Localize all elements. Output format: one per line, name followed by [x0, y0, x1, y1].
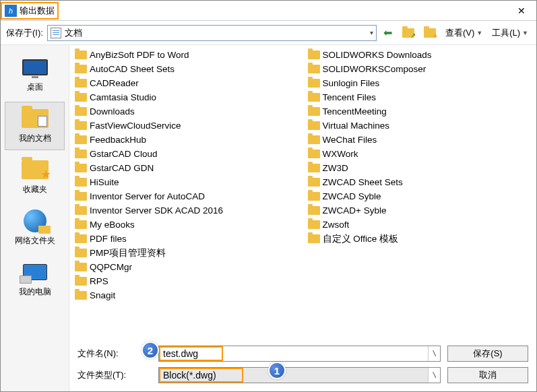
save-in-combo[interactable]: 文档 ▾ — [47, 25, 377, 41]
folder-icon — [75, 51, 87, 59]
list-item-label: ZWCAD Syble — [323, 191, 381, 201]
view-menu[interactable]: 查看(V)▼ — [443, 25, 485, 41]
list-item[interactable]: Virtual Machines — [307, 119, 533, 133]
list-item[interactable]: FastViewCloudService — [73, 119, 300, 133]
list-item[interactable]: SOLIDWORKSComposer — [307, 62, 533, 76]
list-item[interactable]: PMP项目管理资料 — [73, 246, 300, 260]
list-item[interactable]: ZWCAD Sheet Sets — [307, 175, 533, 189]
list-item-label: Zwsoft — [323, 220, 350, 230]
callout-2: 2 — [141, 341, 159, 359]
cancel-button[interactable]: 取消 — [447, 367, 528, 383]
list-item-label: 自定义 Office 模板 — [323, 233, 399, 245]
folder-icon — [75, 107, 87, 116]
list-item[interactable]: TencentMeeting — [307, 104, 533, 119]
list-item-label: Downloads — [90, 106, 135, 117]
sidebar-item-network[interactable]: 网络文件夹 — [5, 204, 65, 253]
list-item[interactable]: GstarCAD Cloud — [73, 147, 300, 161]
chevron-down-icon: ▼ — [522, 30, 528, 36]
folder-icon — [308, 65, 320, 73]
chevron-down-icon[interactable]: 〵 — [428, 368, 440, 383]
list-item-label: ZWCAD Sheet Sets — [323, 177, 403, 187]
list-item-label: SOLIDWORKSComposer — [323, 64, 427, 74]
dialog-body: 桌面 我的文档 ★ 收藏夹 网络文件夹 我的电脑 AnyBizSo — [1, 45, 536, 391]
list-item-label: TencentMeeting — [323, 106, 387, 117]
list-item-label: Inventor Server SDK ACAD 2016 — [90, 205, 223, 216]
list-item[interactable]: Inventor Server for AutoCAD — [73, 189, 300, 203]
list-item[interactable]: My eBooks — [73, 218, 300, 232]
sidebar-item-mycomputer[interactable]: 我的电脑 — [5, 255, 65, 304]
folder-icon — [75, 206, 87, 215]
list-item[interactable]: Tencent Files — [307, 90, 533, 104]
folder-icon — [75, 65, 87, 73]
list-item[interactable]: Zwsoft — [307, 218, 533, 232]
filetype-label: 文件类型(T): — [77, 369, 152, 381]
list-item[interactable]: QQPCMgr — [73, 260, 300, 274]
list-item[interactable]: PDF files — [73, 232, 300, 246]
list-item[interactable]: 自定义 Office 模板 — [307, 232, 533, 246]
filename-value: test.dwg — [163, 348, 198, 359]
list-item[interactable]: RPS — [73, 274, 300, 288]
list-item[interactable]: CADReader — [73, 76, 300, 90]
list-item[interactable]: GstarCAD GDN — [73, 161, 300, 175]
folder-icon — [308, 79, 320, 88]
list-item-label: GstarCAD GDN — [90, 163, 154, 173]
list-item-label: Tencent Files — [323, 92, 377, 102]
list-item-label: PMP项目管理资料 — [90, 247, 166, 259]
network-icon — [24, 209, 46, 232]
list-item-label: SOLIDWORKS Downloads — [323, 50, 432, 60]
list-item-label: HiSuite — [90, 177, 119, 187]
sidebar-item-mydocs[interactable]: 我的文档 — [5, 102, 65, 150]
folder-icon — [308, 220, 320, 229]
app-icon: h — [5, 5, 17, 17]
list-item-label: FastViewCloudService — [90, 121, 181, 131]
list-item[interactable]: Snagit — [73, 288, 300, 302]
filename-input[interactable]: test.dwg 〵 — [158, 346, 441, 362]
back-button[interactable]: ⬅ — [381, 25, 396, 41]
file-list[interactable]: AnyBizSoft PDF to WordAutoCAD Sheet Sets… — [69, 45, 536, 340]
desktop-icon — [22, 59, 48, 75]
list-item[interactable]: Downloads — [73, 104, 300, 119]
folder-icon — [308, 135, 320, 144]
folder-icon — [308, 206, 320, 215]
list-item[interactable]: AutoCAD Sheet Sets — [73, 62, 300, 76]
list-item[interactable]: Camtasia Studio — [73, 90, 300, 104]
list-item[interactable]: ZWCAD+ Syble — [307, 203, 533, 218]
new-folder-button[interactable]: ✶ — [421, 25, 439, 41]
chevron-down-icon[interactable]: 〵 — [428, 346, 440, 361]
list-item-label: My eBooks — [90, 220, 135, 230]
chevron-down-icon: ▾ — [370, 29, 373, 36]
window-title: 输出数据 — [20, 5, 55, 17]
folder-icon — [75, 135, 87, 144]
list-item[interactable]: ZW3D — [307, 161, 533, 175]
list-item-label: QQPCMgr — [90, 262, 132, 272]
folder-icon — [308, 150, 320, 158]
list-item[interactable]: WeChat Files — [307, 133, 533, 147]
list-item[interactable]: WXWork — [307, 147, 533, 161]
up-folder-button[interactable]: ↗ — [400, 25, 417, 41]
folder-icon — [308, 192, 320, 201]
bottom-fields: 文件名(N): test.dwg 〵 保存(S) 文件类型(T): Block(… — [69, 340, 536, 391]
folder-icon — [308, 51, 320, 59]
list-item[interactable]: AnyBizSoft PDF to Word — [73, 48, 300, 62]
list-item[interactable]: SOLIDWORKS Downloads — [307, 48, 533, 62]
folder-icon — [308, 164, 320, 172]
list-item-label: Camtasia Studio — [90, 92, 156, 102]
folder-icon — [75, 150, 87, 158]
save-in-label: 保存于(I): — [6, 27, 43, 39]
save-button[interactable]: 保存(S) — [447, 346, 528, 362]
sidebar-item-label: 我的文档 — [19, 133, 51, 144]
list-item[interactable]: ZWCAD Syble — [307, 189, 533, 203]
sidebar-item-label: 桌面 — [27, 81, 43, 93]
close-button[interactable]: ✕ — [507, 1, 536, 20]
tools-menu[interactable]: 工具(L)▼ — [489, 25, 531, 41]
sidebar-item-desktop[interactable]: 桌面 — [5, 51, 65, 99]
list-item[interactable]: HiSuite — [73, 175, 300, 189]
filetype-combo[interactable]: Block(*.dwg) 〵 — [158, 367, 441, 383]
list-item[interactable]: Sunlogin Files — [307, 76, 533, 90]
filetype-value: Block(*.dwg) — [163, 370, 216, 381]
list-item[interactable]: Inventor Server SDK ACAD 2016 — [73, 203, 300, 218]
list-item-label: Snagit — [90, 290, 115, 300]
list-item[interactable]: FeedbackHub — [73, 133, 300, 147]
sidebar-item-favorites[interactable]: ★ 收藏夹 — [5, 153, 65, 201]
chevron-down-icon: ▼ — [476, 30, 482, 36]
